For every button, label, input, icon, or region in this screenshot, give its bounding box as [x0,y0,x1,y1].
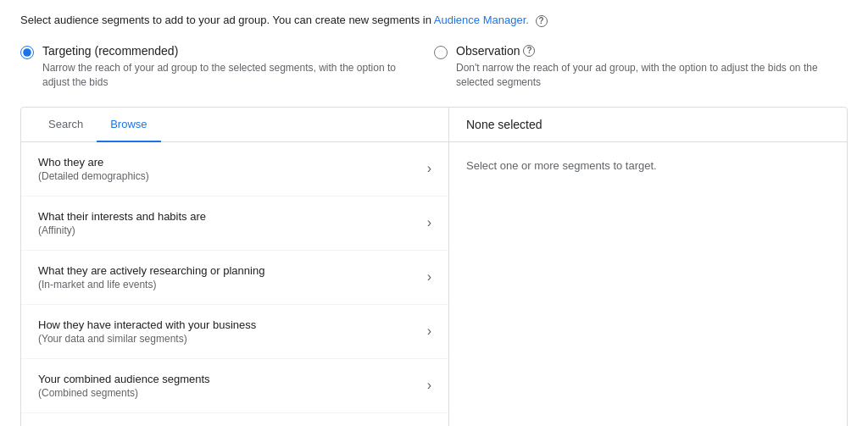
left-panel: Search Browse Who they are (Detailed dem… [21,108,449,426]
description-text: Select audience segments to add to your … [20,14,431,26]
tab-browse[interactable]: Browse [97,108,160,142]
browse-item-interacted-chevron: › [427,324,431,339]
top-description: Select audience segments to add to your … [20,14,848,27]
targeting-option: Targeting (recommended) Narrow the reach… [20,44,434,90]
browse-item-researching-title: What they are actively researching or pl… [38,264,264,277]
browse-item-combined-chevron: › [427,378,431,393]
browse-item-combined[interactable]: Your combined audience segments (Combine… [21,359,448,413]
right-panel: None selected Select one or more segment… [449,108,847,426]
browse-item-who-subtitle: (Detailed demographics) [38,170,149,182]
targeting-label-text: Targeting (recommended) [42,44,178,58]
observation-option: Observation ? Don't narrow the reach of … [434,44,848,90]
help-icon-inline[interactable]: ? [536,15,548,27]
tabs-bar: Search Browse [21,108,448,142]
browse-item-who-title: Who they are [38,156,149,169]
browse-item-interests-chevron: › [427,215,431,230]
browse-item-interacted[interactable]: How they have interacted with your busin… [21,305,448,359]
targeting-desc: Narrow the reach of your ad group to the… [42,61,415,90]
browse-item-interests-subtitle: (Affinity) [38,224,206,236]
radio-section: Targeting (recommended) Narrow the reach… [20,44,848,90]
targeting-label: Targeting (recommended) [42,44,415,58]
browse-item-combined-subtitle: (Combined segments) [38,387,210,399]
observation-help-icon[interactable]: ? [523,45,535,57]
browse-item-who-chevron: › [427,161,431,176]
tab-search[interactable]: Search [35,108,97,142]
main-container: Search Browse Who they are (Detailed dem… [20,107,848,426]
browse-item-custom[interactable]: Your custom audience segments (Custom se… [21,413,448,426]
browse-item-who[interactable]: Who they are (Detailed demographics) › [21,142,448,196]
browse-item-combined-title: Your combined audience segments [38,373,210,385]
browse-item-researching[interactable]: What they are actively researching or pl… [21,251,448,305]
targeting-content: Targeting (recommended) Narrow the reach… [42,44,415,90]
browse-item-interests-title: What their interests and habits are [38,210,206,223]
browse-item-interests[interactable]: What their interests and habits are (Aff… [21,196,448,251]
browse-item-researching-chevron: › [427,269,431,285]
browse-list: Who they are (Detailed demographics) › W… [21,142,448,426]
targeting-radio[interactable] [20,46,34,59]
observation-radio[interactable] [434,46,448,59]
browse-item-interacted-subtitle: (Your data and similar segments) [38,333,256,345]
browse-item-researching-subtitle: (In-market and life events) [38,279,264,290]
right-panel-header: None selected [449,108,847,142]
observation-label: Observation ? [456,44,829,58]
observation-content: Observation ? Don't narrow the reach of … [456,44,829,90]
observation-desc: Don't narrow the reach of your ad group,… [456,61,829,90]
browse-item-interacted-title: How they have interacted with your busin… [38,318,256,331]
audience-manager-link[interactable]: Audience Manager. [434,14,529,26]
right-panel-body: Select one or more segments to target. [449,142,847,189]
observation-label-text: Observation [456,44,520,58]
